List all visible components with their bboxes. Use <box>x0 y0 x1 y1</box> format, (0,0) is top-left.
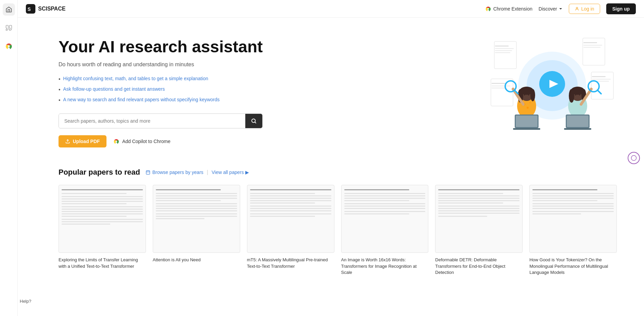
chrome-btn-label: Add Copilot to Chrome <box>122 139 170 144</box>
hero-section: Your AI research assistant Do hours wort… <box>18 18 644 161</box>
svg-rect-25 <box>492 83 505 84</box>
paper-thumbnail-3 <box>341 185 429 253</box>
sidebar <box>0 0 18 289</box>
search-input[interactable] <box>59 114 245 128</box>
bullet-1-text: Highlight confusing text, math, and tabl… <box>63 76 208 81</box>
login-label: Log in <box>581 6 594 12</box>
add-copilot-button[interactable]: Add Copilot to Chrome <box>113 138 170 144</box>
right-chat-icon[interactable] <box>628 152 640 164</box>
view-all-label: View all papers ▶ <box>212 170 249 175</box>
svg-rect-57 <box>564 128 591 130</box>
bullet-2: Ask follow-up questions and get instant … <box>59 86 263 93</box>
svg-rect-18 <box>583 45 602 46</box>
svg-text:S: S <box>28 6 31 12</box>
logo[interactable]: S SCISPACE <box>26 4 66 14</box>
svg-rect-22 <box>592 79 611 80</box>
svg-point-10 <box>116 141 117 142</box>
paper-card-1[interactable]: Attention is All you Need <box>153 185 240 276</box>
paper-thumbnail-2 <box>247 185 334 253</box>
svg-rect-27 <box>492 88 505 88</box>
signup-button[interactable]: Sign up <box>606 3 636 14</box>
sidebar-item-home[interactable] <box>3 3 15 16</box>
bullet-3-text: A new way to search and find relevant pa… <box>63 97 220 102</box>
paper-thumbnail-5 <box>529 185 617 253</box>
svg-rect-26 <box>492 86 510 86</box>
svg-rect-19 <box>583 47 600 48</box>
paper-title-4: Deformable DETR: Deformable Transformers… <box>435 257 523 276</box>
svg-rect-15 <box>495 52 510 53</box>
upload-btn-label: Upload PDF <box>73 139 100 144</box>
login-button[interactable]: Log in <box>569 4 600 14</box>
bullet-3: A new way to search and find relevant pa… <box>59 97 263 103</box>
hero-title: Your AI research assistant <box>59 38 263 56</box>
upload-pdf-button[interactable]: Upload PDF <box>59 135 106 147</box>
action-buttons: Upload PDF Add Copilot to Chrome <box>59 135 263 147</box>
search-container <box>59 113 263 128</box>
sidebar-item-quotes[interactable] <box>3 22 15 34</box>
papers-section: Popular papers to read Browse papers by … <box>18 161 644 289</box>
svg-point-35 <box>529 102 531 103</box>
svg-rect-21 <box>592 76 606 77</box>
paper-thumbnail-1 <box>153 185 240 253</box>
paper-card-3[interactable]: An Image is Worth 16x16 Words: Transform… <box>341 185 429 276</box>
discover-button[interactable]: Discover <box>539 6 562 12</box>
paper-card-5[interactable]: How Good is Your Tokenizer? On the Monol… <box>529 185 617 276</box>
logo-text: SCISPACE <box>38 6 66 12</box>
svg-point-7 <box>252 119 255 123</box>
hero-subtitle: Do hours worth of reading and understand… <box>59 62 263 68</box>
svg-point-39 <box>530 89 535 101</box>
paper-title-2: mT5: A Massively Multilingual Pre-traine… <box>247 257 334 269</box>
main-content: Your AI research assistant Do hours wort… <box>18 0 644 289</box>
bullet-2-text: Ask follow-up questions and get instant … <box>63 86 165 92</box>
svg-point-6 <box>576 7 578 9</box>
header-right: Chrome Extension Discover Log in Sign up <box>485 3 636 14</box>
svg-rect-17 <box>583 42 597 43</box>
chrome-extension-label: Chrome Extension <box>493 6 532 12</box>
browse-by-years-link[interactable]: Browse papers by years <box>146 170 203 175</box>
paper-thumbnail-4 <box>435 185 523 253</box>
svg-rect-12 <box>495 46 509 47</box>
svg-point-34 <box>527 107 529 109</box>
papers-divider: | <box>207 169 208 175</box>
svg-rect-13 <box>495 48 514 49</box>
paper-title-3: An Image is Worth 16x16 Words: Transform… <box>341 257 429 276</box>
signup-label: Sign up <box>612 6 630 12</box>
papers-header: Popular papers to read Browse papers by … <box>59 168 617 177</box>
paper-card-4[interactable]: Deformable DETR: Deformable Transformers… <box>435 185 523 276</box>
svg-point-54 <box>579 94 580 95</box>
paper-title-5: How Good is Your Tokenizer? On the Monol… <box>529 257 617 276</box>
svg-rect-61 <box>146 171 150 174</box>
svg-point-5 <box>488 8 489 10</box>
svg-point-53 <box>575 94 576 95</box>
svg-point-1 <box>8 45 10 47</box>
svg-rect-14 <box>495 50 512 51</box>
search-button[interactable] <box>245 114 262 128</box>
papers-title: Popular papers to read <box>59 168 140 177</box>
paper-title-0: Exploring the Limits of Transfer Learnin… <box>59 257 146 269</box>
header: S SCISPACE Chrome Extension Discover Log… <box>18 0 644 18</box>
bullet-1: Highlight confusing text, math, and tabl… <box>59 76 263 82</box>
papers-header-links: Browse papers by years | View all papers… <box>146 169 249 175</box>
paper-thumbnail-0 <box>59 185 146 253</box>
paper-card-0[interactable]: Exploring the Limits of Transfer Learnin… <box>59 185 146 276</box>
chrome-extension-link[interactable]: Chrome Extension <box>485 6 532 12</box>
svg-point-41 <box>528 94 529 95</box>
paper-title-1: Attention is All you Need <box>153 257 240 263</box>
hero-left: Your AI research assistant Do hours wort… <box>59 38 263 147</box>
browse-years-label: Browse papers by years <box>152 170 203 175</box>
svg-point-51 <box>569 89 574 103</box>
discover-label: Discover <box>539 6 557 12</box>
papers-grid: Exploring the Limits of Transfer Learnin… <box>59 185 617 276</box>
hero-illustration <box>488 31 617 140</box>
sidebar-item-chrome[interactable] <box>3 40 15 52</box>
svg-rect-44 <box>513 128 540 130</box>
view-all-link[interactable]: View all papers ▶ <box>212 170 249 175</box>
hero-bullets: Highlight confusing text, math, and tabl… <box>59 76 263 104</box>
svg-point-40 <box>524 94 525 95</box>
svg-rect-56 <box>567 116 589 127</box>
svg-rect-43 <box>516 116 538 127</box>
paper-card-2[interactable]: mT5: A Massively Multilingual Pre-traine… <box>247 185 334 276</box>
